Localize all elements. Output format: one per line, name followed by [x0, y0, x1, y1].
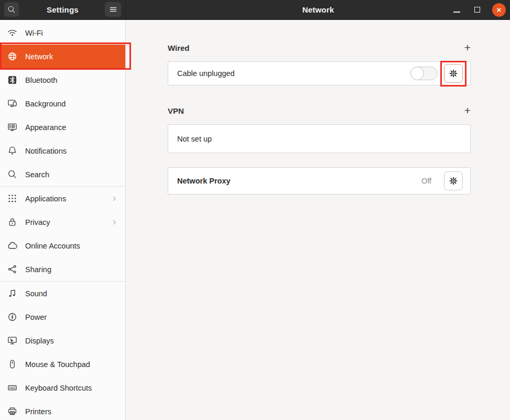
sidebar-item-label: Sharing	[25, 265, 51, 274]
vpn-row[interactable]: Not set up	[168, 124, 471, 153]
sidebar-item-label: Mouse & Touchpad	[25, 360, 90, 369]
close-icon[interactable]: ×	[492, 3, 506, 17]
sidebar-item-label: Keyboard Shortcuts	[25, 384, 92, 392]
sidebar-item-power[interactable]: Power	[0, 305, 125, 329]
sidebar-item-bluetooth[interactable]: Bluetooth	[0, 68, 125, 92]
vpn-status-label: Not set up	[177, 135, 212, 143]
window-controls: ×	[453, 0, 506, 19]
sidebar-item-label: Online Accounts	[25, 242, 80, 250]
main-header: Network ×	[126, 0, 510, 19]
apps-grid-icon	[7, 193, 17, 204]
add-vpn-button[interactable]: +	[457, 104, 471, 117]
maximize-icon[interactable]	[474, 7, 480, 13]
cloud-icon	[7, 241, 17, 251]
content-area: Wired + Cable unplugged VPN +	[126, 20, 510, 420]
sidebar-item-appearance[interactable]: Appearance	[0, 115, 125, 139]
music-note-icon	[7, 288, 17, 299]
sidebar-item-label: Appearance	[25, 123, 66, 132]
sidebar-item-label: Applications	[25, 195, 66, 203]
sidebar-item-label: Displays	[25, 337, 54, 345]
share-icon	[7, 264, 17, 275]
sidebar-item-search[interactable]: Search	[0, 163, 125, 186]
vpn-section-title: VPN	[168, 106, 184, 115]
power-icon	[7, 312, 17, 322]
bell-icon	[7, 146, 17, 156]
printer-icon	[7, 406, 17, 417]
proxy-status: Off	[421, 177, 431, 185]
sidebar-item-sharing[interactable]: Sharing	[0, 257, 125, 281]
hamburger-icon	[109, 5, 117, 14]
sidebar-item-displays[interactable]: Displays	[0, 329, 125, 352]
sidebar-item-label: Wi-Fi	[25, 29, 43, 37]
vpn-section: VPN + Not set up	[168, 106, 471, 153]
sidebar-item-label: Search	[25, 170, 49, 179]
menu-button[interactable]	[104, 2, 122, 17]
sidebar-item-label: Notifications	[25, 147, 67, 155]
sidebar-item-printers[interactable]: Printers	[0, 400, 125, 420]
wired-toggle[interactable]	[410, 67, 438, 80]
wired-device-row[interactable]: Cable unplugged	[168, 61, 471, 85]
page-title: Network	[126, 0, 510, 19]
sidebar-item-label: Printers	[25, 407, 51, 416]
wired-section: Wired + Cable unplugged	[168, 43, 471, 85]
display-icon	[7, 336, 17, 346]
toggle-knob	[410, 67, 424, 80]
wired-section-title: Wired	[168, 44, 190, 52]
settings-window: Settings Network × Wi-FiNetworkBluetooth…	[0, 0, 510, 420]
wired-settings-button[interactable]	[444, 64, 463, 83]
sidebar-item-label: Sound	[25, 289, 47, 298]
add-wired-button[interactable]: +	[457, 41, 471, 55]
sidebar-header: Settings	[0, 0, 126, 19]
mouse-icon	[7, 359, 17, 370]
sidebar-item-background[interactable]: Background	[0, 92, 125, 115]
sidebar-item-network[interactable]: Network	[0, 45, 125, 68]
appearance-icon	[7, 122, 17, 133]
sidebar: Wi-FiNetworkBluetoothBackgroundAppearanc…	[0, 20, 126, 420]
minimize-icon[interactable]	[453, 12, 460, 13]
sidebar-item-applications[interactable]: Applications	[0, 187, 125, 210]
chevron-right-icon	[111, 219, 118, 226]
lock-icon	[7, 217, 17, 228]
chevron-right-icon	[111, 195, 118, 202]
sidebar-item-wi-fi[interactable]: Wi-Fi	[0, 21, 125, 45]
background-icon	[7, 99, 17, 109]
sidebar-item-mouse-touchpad[interactable]: Mouse & Touchpad	[0, 352, 125, 376]
sidebar-item-label: Privacy	[25, 218, 50, 227]
sidebar-item-notifications[interactable]: Notifications	[0, 139, 125, 163]
globe-icon	[7, 51, 17, 62]
gear-icon	[449, 69, 458, 78]
sidebar-item-online-accounts[interactable]: Online Accounts	[0, 234, 125, 257]
search-icon	[7, 169, 17, 180]
wired-device-label: Cable unplugged	[177, 69, 235, 78]
network-proxy-label: Network Proxy	[177, 177, 231, 185]
proxy-settings-button[interactable]	[444, 171, 463, 190]
sidebar-item-label: Power	[25, 313, 47, 321]
titlebar: Settings Network ×	[0, 0, 510, 20]
sidebar-item-label: Background	[25, 100, 66, 108]
wifi-icon	[7, 28, 17, 38]
sidebar-item-privacy[interactable]: Privacy	[0, 210, 125, 234]
gear-icon	[449, 176, 458, 186]
keyboard-icon	[7, 383, 17, 393]
bluetooth-icon	[7, 75, 17, 85]
sidebar-item-label: Network	[25, 52, 53, 61]
sidebar-item-keyboard-shortcuts[interactable]: Keyboard Shortcuts	[0, 376, 125, 400]
sidebar-item-label: Bluetooth	[25, 76, 57, 84]
sidebar-item-sound[interactable]: Sound	[0, 282, 125, 305]
network-proxy-row[interactable]: Network Proxy Off	[168, 167, 471, 195]
